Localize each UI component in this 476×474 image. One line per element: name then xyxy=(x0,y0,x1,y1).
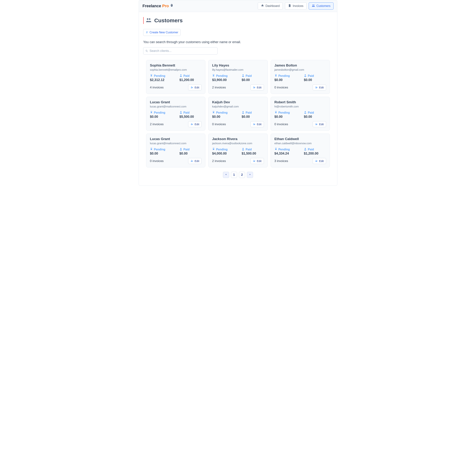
pending-label: Pending xyxy=(274,74,297,78)
paid-value: $1,200.00 xyxy=(179,78,202,82)
customer-stats: Pending $4,000.00 Paid $1,500.00 xyxy=(212,148,264,155)
paid-label: Paid xyxy=(304,74,326,78)
rocket-icon xyxy=(170,4,173,8)
customer-name: Jackson Rivera xyxy=(212,137,264,141)
hourglass-icon xyxy=(150,111,153,114)
pending-value: $2,312.12 xyxy=(150,78,172,82)
invoice-count: 2 invoices xyxy=(212,159,226,163)
hand-dollar-icon xyxy=(242,74,244,78)
pending-stat: Pending $0.00 xyxy=(274,74,297,82)
pagination-page-2[interactable]: 2 xyxy=(239,172,245,178)
user-edit-icon xyxy=(315,159,318,163)
nav-invoices[interactable]: Invoices xyxy=(285,2,306,10)
customer-name: Lucas Grant xyxy=(150,137,202,141)
paid-stat: Paid $0.00 xyxy=(304,111,326,119)
customer-card: Lucas Grant lucas.grant@mailconnect.com … xyxy=(146,133,205,167)
paid-value: $1,200.00 xyxy=(304,152,326,155)
edit-customer-button[interactable]: Edit xyxy=(188,121,202,127)
paid-label: Paid xyxy=(304,148,326,151)
navbar: FreelancePro Dashboard Invoices xyxy=(139,0,337,12)
user-edit-icon xyxy=(253,159,256,163)
edit-customer-button[interactable]: Edit xyxy=(251,158,264,164)
edit-label: Edit xyxy=(257,86,262,89)
card-footer: 2 invoices Edit xyxy=(150,121,202,127)
edit-customer-button[interactable]: Edit xyxy=(188,84,202,90)
invoice-count: 2 invoices xyxy=(212,86,226,89)
hourglass-icon xyxy=(150,74,153,78)
help-text: You can search through your customers us… xyxy=(143,40,333,44)
pending-stat: Pending $4,000.00 xyxy=(212,148,234,155)
invoice-count: 4 invoices xyxy=(150,86,164,89)
paid-label: Paid xyxy=(304,111,326,114)
customer-email: kaijuhdev@gmail.com xyxy=(212,105,264,108)
card-footer: 0 invoices Edit xyxy=(212,121,264,127)
paid-stat: Paid $1,500.00 xyxy=(242,148,264,155)
arrow-left-icon xyxy=(225,173,227,177)
search-wrap xyxy=(143,47,218,54)
page-title-wrap: Customers xyxy=(143,17,333,24)
create-customer-label: Create New Customer xyxy=(150,31,178,34)
pending-stat: Pending $0.00 xyxy=(150,111,172,119)
edit-customer-button[interactable]: Edit xyxy=(188,158,202,164)
customer-email: jamesbolton@gmail.com xyxy=(274,68,326,71)
edit-label: Edit xyxy=(194,160,199,163)
pending-value: $0.00 xyxy=(274,115,297,119)
card-footer: 3 invoices Edit xyxy=(274,158,326,164)
customer-name: Lucas Grant xyxy=(150,100,202,104)
search-input[interactable] xyxy=(143,47,218,54)
user-edit-icon xyxy=(253,86,256,89)
edit-label: Edit xyxy=(319,123,324,126)
pagination-page-1[interactable]: 1 xyxy=(231,172,237,178)
paid-value: $0.00 xyxy=(179,152,202,155)
pagination-prev[interactable] xyxy=(223,172,229,178)
customer-email: sophia.bennett@emailpro.com xyxy=(150,68,202,71)
pending-stat: Pending $2,312.12 xyxy=(150,74,172,82)
customer-name: Ethan Caldwell xyxy=(274,137,326,141)
paid-value: $0.00 xyxy=(242,78,264,82)
customer-card: Robert Smith hi@robertsmith.com Pending … xyxy=(271,97,330,131)
create-customer-button[interactable]: Create New Customer xyxy=(143,29,181,36)
pending-stat: Pending $0.00 xyxy=(274,111,297,119)
paid-label: Paid xyxy=(179,74,202,78)
paid-label: Paid xyxy=(242,74,264,78)
edit-label: Edit xyxy=(319,160,324,163)
paid-stat: Paid $1,200.00 xyxy=(304,148,326,155)
edit-label: Edit xyxy=(194,123,199,126)
hand-dollar-icon xyxy=(179,74,182,78)
brand-logo: FreelancePro xyxy=(142,4,173,8)
pending-value: $0.00 xyxy=(150,152,172,155)
edit-customer-button[interactable]: Edit xyxy=(313,84,326,90)
nav-customers[interactable]: Customers xyxy=(309,2,334,10)
hourglass-icon xyxy=(274,74,277,78)
paid-label: Paid xyxy=(242,148,264,151)
hand-dollar-icon xyxy=(179,111,182,114)
page-title: Customers xyxy=(154,17,183,24)
users-group-icon xyxy=(146,17,152,24)
pending-value: $4,334.24 xyxy=(274,152,297,155)
pagination-next[interactable] xyxy=(247,172,253,178)
card-footer: 2 invoices Edit xyxy=(212,158,264,164)
pending-label: Pending xyxy=(274,148,297,151)
nav-dashboard[interactable]: Dashboard xyxy=(258,2,283,10)
paid-stat: Paid $1,200.00 xyxy=(179,74,202,82)
edit-customer-button[interactable]: Edit xyxy=(313,121,326,127)
paid-stat: Paid $5,500.00 xyxy=(179,111,202,119)
edit-customer-button[interactable]: Edit xyxy=(251,121,264,127)
edit-customer-button[interactable]: Edit xyxy=(251,84,264,90)
user-edit-icon xyxy=(190,122,193,126)
customer-stats: Pending $0.00 Paid $5,500.00 xyxy=(150,111,202,119)
nav-buttons: Dashboard Invoices Customers xyxy=(258,2,334,10)
customer-email: lily.hayes@fastmailer.com xyxy=(212,68,264,71)
card-footer: 0 invoices Edit xyxy=(150,158,202,164)
pending-stat: Pending $0.00 xyxy=(150,148,172,155)
customer-name: Sophia Bennett xyxy=(150,64,202,67)
customer-name: Lily Hayes xyxy=(212,64,264,67)
customer-grid: Sophia Bennett sophia.bennett@emailpro.c… xyxy=(143,60,333,167)
user-edit-icon xyxy=(315,122,318,126)
pending-value: $0.00 xyxy=(212,115,234,119)
pending-stat: Pending $3,900.00 xyxy=(212,74,234,82)
edit-label: Edit xyxy=(257,123,262,126)
edit-customer-button[interactable]: Edit xyxy=(313,158,326,164)
card-footer: 4 invoices Edit xyxy=(150,84,202,90)
arrow-right-icon xyxy=(249,173,251,177)
